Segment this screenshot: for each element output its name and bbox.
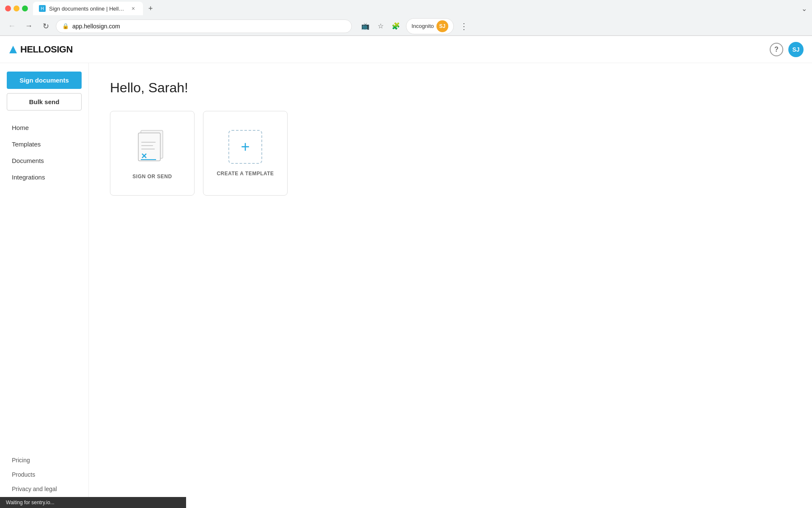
maximize-dot[interactable]: [22, 6, 28, 11]
header-right: ? SJ: [770, 42, 804, 57]
sidebar-item-pricing[interactable]: Pricing: [7, 453, 82, 467]
back-button[interactable]: ←: [5, 19, 19, 33]
create-template-icon: +: [228, 130, 262, 164]
tab-title: Sign documents online | HelloS...: [49, 6, 126, 12]
reload-button[interactable]: ↻: [39, 19, 52, 33]
sign-document-icon: ✕: [137, 127, 168, 167]
page-greeting: Hello, Sarah!: [110, 80, 791, 96]
sign-or-send-label: SIGN OR SEND: [132, 174, 172, 179]
cards-row: ✕ SIGN OR SEND + CREATE A TEMPLATE: [110, 111, 791, 196]
incognito-button[interactable]: Incognito SJ: [406, 18, 454, 34]
browser-tabs: H Sign documents online | HelloS... × +: [33, 2, 156, 15]
browser-dots: [5, 6, 28, 11]
cast-icon[interactable]: 📺: [359, 19, 372, 33]
document-svg: ✕: [137, 127, 168, 165]
bulk-send-button[interactable]: Bulk send: [7, 93, 82, 110]
url-text: app.hellosign.com: [72, 23, 346, 30]
toolbar-icons: 📺 ☆ 🧩: [359, 19, 403, 33]
sidebar-item-templates[interactable]: Templates: [7, 136, 82, 152]
browser-titlebar: H Sign documents online | HelloS... × + …: [0, 0, 812, 17]
minimize-dot[interactable]: [14, 6, 19, 11]
sign-documents-button[interactable]: Sign documents: [7, 72, 82, 89]
sidebar-item-documents[interactable]: Documents: [7, 153, 82, 168]
sign-or-send-card[interactable]: ✕ SIGN OR SEND: [110, 111, 195, 196]
status-bar: Waiting for sentry.io...: [0, 497, 186, 508]
bookmark-icon[interactable]: ☆: [374, 19, 387, 33]
address-bar[interactable]: 🔒 app.hellosign.com: [56, 19, 352, 33]
lock-icon: 🔒: [62, 23, 69, 29]
svg-marker-0: [9, 46, 17, 53]
logo-icon: [8, 45, 18, 54]
sidebar-item-privacy[interactable]: Privacy and legal: [7, 482, 82, 496]
help-button[interactable]: ?: [770, 43, 783, 56]
sidebar-bottom: Pricing Products Privacy and legal: [7, 453, 82, 500]
tabs-chevron[interactable]: ⌄: [801, 5, 807, 13]
tab-close-button[interactable]: ×: [129, 5, 137, 12]
sidebar-top: Sign documents Bulk send Home Templates …: [7, 72, 82, 185]
sidebar-item-home[interactable]: Home: [7, 120, 82, 135]
incognito-label: Incognito: [411, 23, 434, 29]
new-tab-button[interactable]: +: [145, 3, 156, 14]
logo-text: HELLOSIGN: [20, 44, 73, 55]
sidebar-item-products[interactable]: Products: [7, 468, 82, 481]
create-template-card[interactable]: + CREATE A TEMPLATE: [203, 111, 288, 196]
app-header: HELLOSIGN ? SJ: [0, 36, 812, 63]
sidebar: Sign documents Bulk send Home Templates …: [0, 63, 89, 508]
main-content: Hello, Sarah!: [89, 63, 812, 508]
extension-icon[interactable]: 🧩: [389, 19, 403, 33]
app-container: HELLOSIGN ? SJ Sign documents Bulk send …: [0, 36, 812, 508]
tab-favicon: H: [39, 5, 46, 12]
forward-button[interactable]: →: [22, 19, 36, 33]
app-body: Sign documents Bulk send Home Templates …: [0, 63, 812, 508]
hellosign-logo[interactable]: HELLOSIGN: [8, 44, 73, 55]
chrome-menu-button[interactable]: ⋮: [457, 19, 471, 33]
browser-chrome: H Sign documents online | HelloS... × + …: [0, 0, 812, 36]
profile-avatar: SJ: [436, 20, 448, 32]
close-dot[interactable]: [5, 6, 11, 11]
create-template-label: CREATE A TEMPLATE: [217, 171, 274, 177]
plus-icon: +: [241, 139, 250, 155]
sidebar-nav: Home Templates Documents Integrations: [7, 120, 82, 185]
active-tab[interactable]: H Sign documents online | HelloS... ×: [33, 2, 143, 15]
browser-toolbar: ← → ↻ 🔒 app.hellosign.com 📺 ☆ 🧩 Incognit…: [0, 17, 812, 36]
sidebar-item-integrations[interactable]: Integrations: [7, 169, 82, 185]
user-avatar[interactable]: SJ: [788, 42, 804, 57]
status-text: Waiting for sentry.io...: [6, 500, 55, 505]
